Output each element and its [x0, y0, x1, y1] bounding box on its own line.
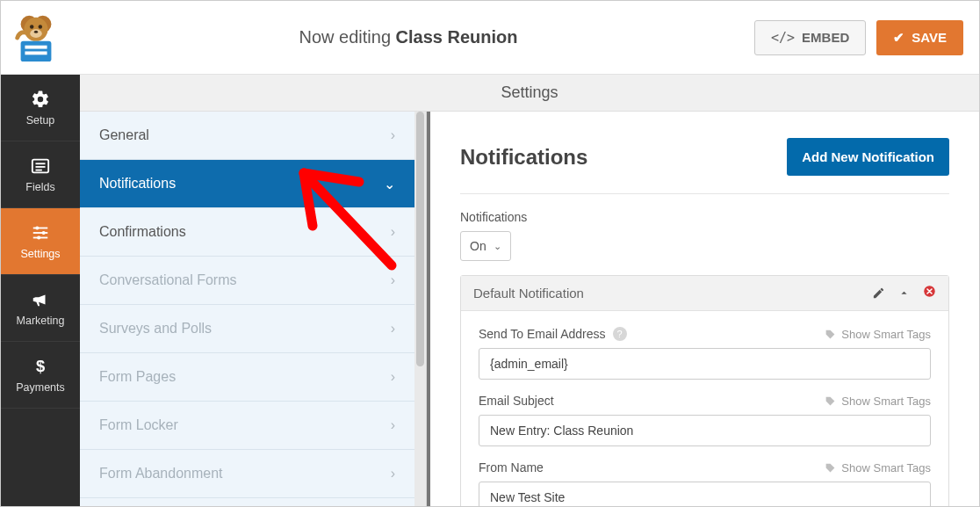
- nav-item-payments[interactable]: $ Payments: [1, 342, 80, 409]
- menu-label: Form Pages: [99, 369, 176, 385]
- scroll-thumb[interactable]: [416, 112, 424, 366]
- smart-tags-toggle[interactable]: Show Smart Tags: [825, 395, 931, 408]
- sliders-icon: [31, 223, 50, 243]
- nav-label: Setup: [26, 114, 55, 127]
- list-icon: [31, 156, 50, 176]
- save-label: SAVE: [912, 30, 947, 45]
- nav-label: Fields: [25, 181, 54, 193]
- caret-down-icon: ⌄: [494, 241, 501, 252]
- smart-tags-label: Show Smart Tags: [841, 328, 931, 341]
- panel-header: Notifications Add New Notification: [460, 138, 949, 194]
- notification-card: Default Notification: [460, 275, 949, 506]
- bullhorn-icon: [31, 290, 50, 309]
- settings-menu-form-abandonment[interactable]: Form Abandonment ›: [80, 450, 414, 498]
- nav-label: Settings: [20, 248, 60, 260]
- nav-label: Marketing: [17, 315, 65, 327]
- svg-point-18: [42, 230, 46, 234]
- brand-logo: [10, 11, 62, 64]
- chevron-right-icon: ›: [391, 127, 395, 143]
- embed-button[interactable]: </> EMBED: [754, 20, 866, 55]
- tag-icon: [825, 329, 836, 340]
- gear-icon: [31, 90, 50, 109]
- chevron-right-icon: ›: [391, 321, 395, 337]
- subject-input[interactable]: [479, 415, 931, 446]
- smart-tags-label: Show Smart Tags: [841, 395, 931, 408]
- svg-point-3: [30, 25, 33, 28]
- notification-card-header: Default Notification: [461, 276, 948, 311]
- settings-sidebar: General › Notifications ⌄ Confirmations …: [80, 112, 427, 506]
- smart-tags-toggle[interactable]: Show Smart Tags: [825, 461, 931, 474]
- subject-group: Email Subject Show Smart Tags: [479, 394, 931, 446]
- editing-form-name: Class Reunion: [396, 27, 518, 47]
- nav-item-fields[interactable]: Fields: [1, 141, 80, 208]
- topbar: Now editing Class Reunion </> EMBED ✔ SA…: [1, 1, 979, 75]
- toggle-value: On: [470, 239, 486, 253]
- from-name-label: From Name: [479, 460, 544, 474]
- close-icon[interactable]: [923, 285, 936, 301]
- settings-menu-general[interactable]: General ›: [80, 112, 414, 160]
- chevron-right-icon: ›: [391, 272, 395, 288]
- settings-menu-surveys[interactable]: Surveys and Polls ›: [80, 305, 414, 353]
- send-to-input[interactable]: [479, 348, 931, 380]
- subject-label: Email Subject: [479, 394, 554, 408]
- nav-item-marketing[interactable]: Marketing: [1, 275, 80, 342]
- editing-prefix: Now editing: [299, 27, 396, 47]
- menu-label: Surveys and Polls: [99, 321, 212, 337]
- scroll-track[interactable]: [414, 112, 426, 506]
- svg-point-6: [34, 30, 38, 33]
- settings-menu-form-locker[interactable]: Form Locker ›: [80, 402, 414, 450]
- settings-title-bar: Settings: [80, 75, 979, 112]
- chevron-up-icon[interactable]: [897, 286, 911, 300]
- menu-label: Conversational Forms: [99, 272, 237, 288]
- smart-tags-toggle[interactable]: Show Smart Tags: [825, 328, 931, 341]
- right-panel: Notifications Add New Notification Notif…: [427, 112, 979, 506]
- save-button[interactable]: ✔ SAVE: [876, 20, 963, 55]
- content: Settings General › Notifications ⌄ Confi…: [80, 75, 979, 506]
- nav-item-settings[interactable]: Settings: [1, 208, 80, 275]
- notification-card-body: Send To Email Address ? Show Smart Tags: [461, 311, 948, 506]
- svg-point-17: [35, 226, 39, 229]
- chevron-right-icon: ›: [391, 417, 395, 433]
- notification-card-actions: [872, 285, 936, 301]
- menu-label: Form Locker: [99, 417, 178, 433]
- settings-menu: General › Notifications ⌄ Confirmations …: [80, 112, 426, 498]
- from-name-group: From Name Show Smart Tags: [479, 460, 931, 506]
- settings-menu-notifications[interactable]: Notifications ⌄: [80, 160, 414, 208]
- notification-card-title: Default Notification: [473, 286, 584, 301]
- chevron-right-icon: ›: [391, 224, 395, 240]
- topbar-actions: </> EMBED ✔ SAVE: [754, 20, 963, 55]
- editing-title: Now editing Class Reunion: [299, 27, 518, 47]
- svg-rect-8: [25, 45, 47, 48]
- pencil-icon[interactable]: [872, 286, 885, 300]
- from-name-input[interactable]: [479, 482, 931, 506]
- panel-heading: Notifications: [460, 145, 587, 170]
- dollar-icon: $: [31, 357, 50, 376]
- settings-title: Settings: [501, 83, 558, 102]
- nav-item-setup[interactable]: Setup: [1, 75, 80, 141]
- notifications-toggle-group: Notifications On ⌄: [460, 210, 949, 261]
- menu-label: Confirmations: [99, 224, 186, 240]
- svg-text:$: $: [36, 357, 45, 375]
- menu-label: Notifications: [99, 176, 176, 192]
- chevron-right-icon: ›: [391, 369, 395, 385]
- nav-label: Payments: [16, 381, 65, 394]
- chevron-right-icon: ›: [391, 466, 395, 482]
- chevron-down-icon: ⌄: [384, 176, 395, 192]
- help-icon[interactable]: ?: [613, 327, 627, 341]
- check-icon: ✔: [893, 30, 904, 46]
- body: Setup Fields Settings Marketing $ Paymen…: [1, 75, 979, 506]
- add-notification-button[interactable]: Add New Notification: [787, 138, 949, 176]
- left-nav: Setup Fields Settings Marketing $ Paymen…: [1, 75, 80, 506]
- embed-label: EMBED: [802, 30, 849, 45]
- menu-label: General: [99, 127, 149, 143]
- settings-menu-conversational[interactable]: Conversational Forms ›: [80, 257, 414, 305]
- tag-icon: [825, 395, 836, 407]
- add-btn-label: Add New Notification: [802, 149, 934, 164]
- settings-menu-form-pages[interactable]: Form Pages ›: [80, 353, 414, 402]
- send-to-label: Send To Email Address: [479, 327, 606, 341]
- settings-menu-confirmations[interactable]: Confirmations ›: [80, 208, 414, 257]
- tag-icon: [825, 462, 836, 474]
- bear-logo-icon: [11, 12, 61, 63]
- notifications-toggle-select[interactable]: On ⌄: [460, 231, 511, 261]
- svg-point-19: [37, 235, 40, 239]
